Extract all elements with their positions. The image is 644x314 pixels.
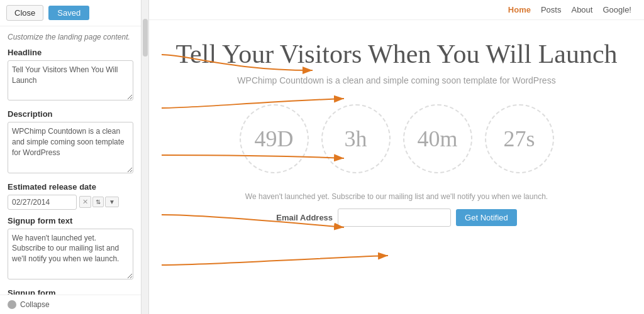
date-clear-button[interactable]: ✕ bbox=[79, 196, 91, 208]
signup-form-textarea[interactable]: We haven't launched yet. Subscribe to ou… bbox=[8, 229, 133, 279]
date-controls: ✕ ⇅ ▼ bbox=[79, 196, 119, 208]
left-header: Close Saved bbox=[0, 0, 141, 26]
preview-description: WPChimp Countdown is a clean and simple … bbox=[237, 75, 555, 85]
date-input[interactable] bbox=[8, 195, 77, 210]
saved-button[interactable]: Saved bbox=[48, 6, 89, 20]
description-textarea[interactable]: WPChimp Countdown is a clean and simple … bbox=[8, 122, 133, 173]
date-dropdown-button[interactable]: ▼ bbox=[105, 197, 119, 207]
signup-text: We haven't launched yet. Subscribe to ou… bbox=[245, 192, 548, 201]
scrollbar[interactable] bbox=[142, 0, 149, 314]
preview-nav: Home Posts About Google! bbox=[149, 0, 644, 20]
signup-form-text-label: Signup form text bbox=[8, 216, 133, 225]
countdown-minutes: 40m bbox=[403, 104, 472, 173]
collapse-button[interactable]: Collapse bbox=[20, 300, 50, 309]
email-label: Email Address bbox=[276, 213, 333, 222]
countdown-row: 49D 3h 40m 27s bbox=[240, 104, 554, 173]
email-input[interactable] bbox=[338, 208, 451, 227]
headline-textarea[interactable]: Tell Your Visitors When You Will Launch bbox=[8, 60, 133, 100]
signup-form-label: Signup form bbox=[8, 288, 133, 295]
right-panel: Home Posts About Google! bbox=[149, 0, 644, 314]
nav-home[interactable]: Home bbox=[508, 5, 531, 14]
date-input-wrap: ✕ ⇅ ▼ bbox=[8, 195, 133, 210]
date-spin-button[interactable]: ⇅ bbox=[92, 197, 104, 207]
preview-body: Tell Your Visitors When You Will Launch … bbox=[149, 20, 644, 314]
countdown-seconds: 27s bbox=[485, 104, 554, 173]
nav-about[interactable]: About bbox=[571, 5, 592, 14]
customize-label: Customize the landing page content. bbox=[8, 33, 133, 41]
countdown-hours: 3h bbox=[321, 104, 391, 173]
left-scroll-area: Customize the landing page content. Head… bbox=[0, 26, 141, 295]
countdown-days: 49D bbox=[240, 104, 309, 173]
release-date-label: Estimated release date bbox=[8, 182, 133, 192]
close-button[interactable]: Close bbox=[6, 5, 43, 21]
description-label: Description bbox=[8, 109, 133, 119]
collapse-icon bbox=[8, 300, 16, 309]
headline-label: Headline bbox=[8, 48, 133, 57]
nav-google[interactable]: Google! bbox=[602, 5, 631, 14]
nav-posts[interactable]: Posts bbox=[541, 5, 562, 14]
email-row: Email Address Get Notified bbox=[276, 208, 517, 227]
preview-title: Tell Your Visitors When You Will Launch bbox=[175, 39, 617, 69]
get-notified-button[interactable]: Get Notified bbox=[456, 209, 517, 226]
left-footer: Collapse bbox=[0, 295, 141, 314]
left-panel: Close Saved Customize the landing page c… bbox=[0, 0, 142, 314]
